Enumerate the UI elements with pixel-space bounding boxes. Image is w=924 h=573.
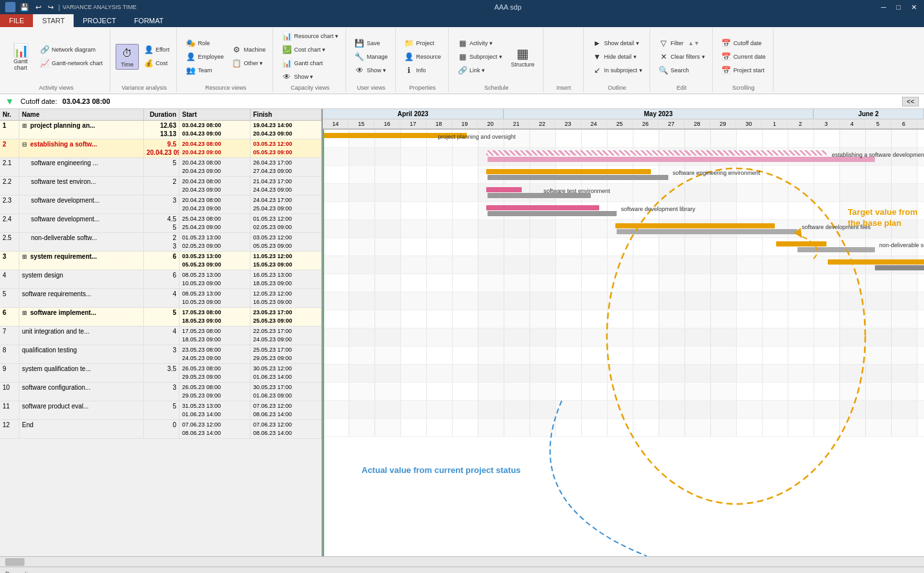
group-insert: Insert	[545, 28, 584, 92]
btn-gantt-network[interactable]: 📈 Gantt-network chart	[36, 57, 106, 70]
btn-project-start[interactable]: 📅 Project start	[718, 64, 769, 77]
table-row[interactable]: 1 ⊞ project planning an... 12.6313.13 03…	[0, 121, 322, 139]
cell-finish: 03.05.23 12:0005.05.23 09:00	[251, 139, 322, 157]
btn-search[interactable]: 🔍 Search	[655, 64, 708, 77]
btn-current-date[interactable]: 📅 Current date	[718, 50, 769, 63]
table-row[interactable]: 6 ⊞ software implement... 5 17.05.23 08:…	[0, 308, 322, 327]
gantt-bar	[486, 205, 599, 210]
group-label-activity: Activity views	[39, 83, 74, 91]
btn-in-subproject[interactable]: ↙ In subproject ▾	[589, 64, 646, 77]
table-row[interactable]: 7 unit integration and te... 4 17.05.23 …	[0, 327, 322, 345]
btn-cutoff-date[interactable]: 📅 Cutoff date	[718, 37, 769, 50]
table-row[interactable]: 2.4 software development... 4.55 25.04.2…	[0, 214, 322, 233]
tab-file[interactable]: FILE	[0, 14, 33, 27]
btn-show-cap[interactable]: 👁 Show ▾	[278, 70, 342, 83]
btn-filter[interactable]: ▽ Filter	[655, 37, 687, 50]
btn-hide-detail[interactable]: ▼ Hide detail ▾	[589, 50, 646, 63]
cell-start: 31.05.23 13:0001.06.23 14:00	[180, 401, 251, 419]
table-row[interactable]: 2.5 non-deliverable softw... 23 01.05.23…	[0, 233, 322, 252]
gantt-day: 29	[710, 119, 736, 128]
btn-show-user[interactable]: 👁 Show ▾	[351, 64, 391, 77]
close-btn[interactable]: ✕	[909, 3, 919, 12]
btn-structure[interactable]: ▦ Structure	[507, 37, 539, 76]
horizontal-scrollbar[interactable]	[0, 556, 924, 567]
tab-start[interactable]: START	[33, 14, 74, 27]
btn-role[interactable]: 🎭 Role	[182, 37, 227, 50]
btn-gantt-chart-cap[interactable]: 📊 Gantt chart	[278, 57, 342, 70]
group-label-capacity: Capacity views	[291, 83, 329, 91]
btn-activity[interactable]: ▦ Activity ▾	[454, 37, 506, 50]
table-row[interactable]: 4 system design 6 08.05.23 13:0010.05.23…	[0, 270, 322, 289]
collapse-btn[interactable]: <<	[902, 97, 919, 106]
btn-other[interactable]: 📋 Other ▾	[228, 57, 269, 70]
group-user-views: 💾 Save 🔧 Manage 👁 Show ▾ User views	[347, 28, 396, 92]
btn-gantt-chart[interactable]: 📊 Gantt chart	[6, 37, 35, 76]
table-row[interactable]: 5 software requirements... 4 08.05.23 13…	[0, 289, 322, 308]
table-row[interactable]: 2 ⊟ establishing a softw... 9.520.04.23 …	[0, 139, 322, 158]
btn-time[interactable]: ⏱ Time	[116, 44, 139, 70]
tab-project[interactable]: PROJECT	[74, 14, 125, 27]
annotation-target: Target value fromthe base plan	[848, 207, 918, 229]
btn-network-diagram[interactable]: 🔗 Network diagram	[36, 43, 106, 56]
gantt-label: establishing a software development envi…	[832, 152, 924, 158]
gantt-day: 20	[478, 119, 504, 128]
btn-clear-filters[interactable]: ✕ Clear filters ▾	[655, 50, 708, 63]
btn-info[interactable]: ℹ Info	[401, 64, 445, 77]
gantt-bar	[797, 247, 875, 252]
time-icon: ⏱	[119, 46, 135, 61]
btn-resource-prop[interactable]: 👤 Resource	[401, 50, 445, 63]
other-icon: 📋	[231, 58, 241, 68]
scroll-thumb[interactable]	[5, 558, 25, 566]
cell-start: 20.04.23 08:0020.04.23 09:00	[180, 196, 251, 214]
btn-team[interactable]: 👥 Team	[182, 64, 227, 77]
btn-save[interactable]: 💾 Save	[351, 37, 391, 50]
expand-btn[interactable]: ⊞	[22, 252, 28, 261]
save-qa-btn[interactable]: 💾	[18, 3, 31, 12]
table-row[interactable]: 11 software product eval... 5 31.05.23 1…	[0, 401, 322, 420]
table-row[interactable]: 2.1 software engineering ... 5 20.04.23 …	[0, 158, 322, 177]
gantt-day: 23	[555, 119, 581, 128]
btn-show-detail[interactable]: ► Show detail ▾	[589, 37, 646, 50]
table-row[interactable]: 3 ⊞ system requirement... 6 03.05.23 13:…	[0, 252, 322, 270]
gantt-bar	[615, 223, 775, 228]
gantt-months: April 2023 May 2023 June 2	[323, 109, 924, 119]
maximize-btn[interactable]: □	[894, 3, 903, 12]
table-row[interactable]: 12 End 0 07.06.23 12:0008.06.23 14:00 07…	[0, 420, 322, 439]
table-row[interactable]: 2.3 software development... 3 20.04.23 0…	[0, 196, 322, 214]
btn-cost[interactable]: 💰 Cost	[140, 57, 172, 70]
btn-machine[interactable]: ⚙ Machine	[228, 43, 269, 56]
col-header-finish: Finish	[251, 109, 322, 120]
expand-btn[interactable]: ⊞	[22, 121, 28, 130]
scrolling-items: 📅 Cutoff date 📅 Current date 📅 Project s…	[718, 30, 769, 83]
tab-format[interactable]: FORMAT	[125, 14, 173, 27]
btn-resource-chart[interactable]: 📊 Resource chart ▾	[278, 30, 342, 43]
in-subproject-icon: ↙	[592, 65, 602, 75]
minimize-btn[interactable]: ─	[879, 3, 888, 12]
manage-icon: 🔧	[354, 52, 365, 62]
table-row[interactable]: 10 software configuration... 3 26.05.23 …	[0, 383, 322, 401]
table-row[interactable]: 9 system qualification te... 3.5 26.05.2…	[0, 364, 322, 383]
expand-btn[interactable]: ⊞	[22, 308, 28, 317]
btn-project-prop[interactable]: 📁 Project	[401, 37, 445, 50]
gantt-bar	[617, 229, 797, 234]
btn-manage[interactable]: 🔧 Manage	[351, 50, 391, 63]
cutoff-bar: ▼ Cutoff date: 03.04.23 08:00 <<	[0, 94, 924, 109]
col-header-start: Start	[180, 109, 251, 120]
cell-dur: 6	[144, 270, 180, 288]
group-schedule: ▦ Activity ▾ ▦ Subproject ▾ 🔗 Link ▾ ▦ S…	[450, 28, 544, 92]
table-row[interactable]: 8 qualification testing 3 23.05.23 08:00…	[0, 345, 322, 364]
redo-btn[interactable]: ↪	[46, 3, 56, 12]
btn-effort[interactable]: 👤 Effort	[140, 43, 172, 56]
btn-cost-chart[interactable]: 💹 Cost chart ▾	[278, 43, 342, 56]
btn-subproject[interactable]: ▦ Subproject ▾	[454, 50, 506, 63]
table-row[interactable]: 2.2 software test environ... 2 20.04.23 …	[0, 177, 322, 196]
btn-link[interactable]: 🔗 Link ▾	[454, 64, 506, 77]
expand-btn[interactable]: ⊟	[22, 140, 28, 149]
properties-bar: Properties	[0, 567, 924, 573]
gantt-day: 7	[917, 119, 924, 128]
gantt-bar	[486, 150, 826, 156]
cutoff-line	[323, 130, 324, 556]
btn-employee[interactable]: 👤 Employee	[182, 50, 227, 63]
undo-btn[interactable]: ↩	[34, 3, 43, 12]
gantt-bar	[875, 265, 924, 270]
